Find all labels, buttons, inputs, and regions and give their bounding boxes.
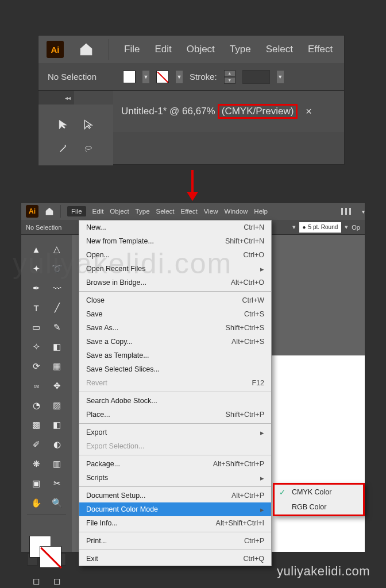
fill-dropdown-icon[interactable]: ▼ <box>142 71 149 83</box>
rgb-option-label: RGB Color <box>292 503 326 511</box>
menu-effect[interactable]: Effect <box>181 208 198 215</box>
menu-item[interactable]: Save a Copy...Alt+Ctrl+S <box>79 335 271 349</box>
menu-select[interactable]: Select <box>156 208 175 215</box>
menu-type[interactable]: Type <box>230 44 251 55</box>
menu-item-label: Package... <box>86 460 213 468</box>
type-tool-icon[interactable]: T <box>27 299 45 316</box>
document-tab[interactable]: Untitled-1* @ 66,67% (CMYK/Preview) × <box>113 91 344 132</box>
shaper-tool-icon[interactable]: ✧ <box>27 338 45 355</box>
close-tab-button[interactable]: × <box>306 106 312 118</box>
opacity-label: Op <box>352 224 360 231</box>
slice-tool-icon[interactable]: ✂ <box>48 475 66 492</box>
line-tool-icon[interactable]: ╱ <box>48 299 66 316</box>
stroke-dropdown-icon[interactable]: ▼ <box>176 71 183 83</box>
canvas-artboard[interactable] <box>267 355 365 552</box>
fill-stroke-indicator[interactable] <box>27 533 66 568</box>
menu-item[interactable]: Document Color Mode▸ <box>79 502 271 516</box>
selection-tool-icon[interactable]: ▲ <box>27 241 45 258</box>
lasso-tool-icon[interactable] <box>77 138 100 160</box>
menu-item[interactable]: Scripts▸ <box>79 471 271 485</box>
direct-selection-tool-icon[interactable]: △ <box>48 241 66 258</box>
workspace-switcher-icon[interactable] <box>341 208 351 215</box>
shape-builder-tool-icon[interactable]: ◔ <box>27 397 45 414</box>
pen-tool-icon[interactable]: ✒ <box>27 280 45 297</box>
menu-item[interactable]: Save Selected Slices... <box>79 362 271 376</box>
menu-item[interactable]: File Info...Alt+Shift+Ctrl+I <box>79 516 271 530</box>
menu-item[interactable]: Search Adobe Stock... <box>79 394 271 408</box>
symbol-sprayer-tool-icon[interactable]: ❋ <box>27 455 45 473</box>
zoom-tool-icon[interactable]: 🔍 <box>48 494 66 512</box>
stroke-weight-stepper[interactable]: ▲▼ <box>224 70 236 84</box>
menu-type[interactable]: Type <box>136 208 150 215</box>
direct-selection-tool-icon[interactable] <box>77 114 100 136</box>
menu-edit[interactable]: Edit <box>92 208 104 215</box>
lasso-tool-icon[interactable]: ➰ <box>48 260 66 277</box>
menu-item[interactable]: New from Template...Shift+Ctrl+N <box>79 234 271 248</box>
blend-tool-icon[interactable]: ◐ <box>48 436 66 453</box>
eyedropper-tool-icon[interactable]: ✐ <box>27 436 45 453</box>
menu-item[interactable]: Save as Template... <box>79 349 271 362</box>
menu-item[interactable]: Print...Ctrl+P <box>79 534 271 548</box>
menu-item[interactable]: Save As...Shift+Ctrl+S <box>79 321 271 335</box>
selection-tool-icon[interactable] <box>52 114 75 136</box>
graph-tool-icon[interactable]: ▥ <box>48 455 66 473</box>
menu-object[interactable]: Object <box>110 208 129 215</box>
menu-file[interactable]: File <box>67 206 86 216</box>
menu-edit[interactable]: Edit <box>155 44 171 55</box>
menu-item-shortcut: Alt+Shift+Ctrl+I <box>216 519 264 527</box>
magic-wand-tool-icon[interactable]: ✦ <box>27 260 45 277</box>
menu-item[interactable]: Browse in Bridge...Alt+Ctrl+O <box>79 276 271 289</box>
home-icon[interactable] <box>79 42 94 57</box>
brush-tool-icon[interactable]: ✎ <box>48 319 66 336</box>
menu-item[interactable]: CloseCtrl+W <box>79 293 271 307</box>
free-transform-tool-icon[interactable]: ✥ <box>48 377 66 394</box>
menu-item-label: New... <box>86 223 244 231</box>
menu-item-label: Document Color Mode <box>86 505 254 513</box>
submenu-chevron-icon: ▸ <box>260 474 264 482</box>
stroke-indicator-icon <box>40 546 61 568</box>
menu-item[interactable]: New...Ctrl+N <box>79 220 271 234</box>
eraser-tool-icon[interactable]: ◧ <box>48 338 66 355</box>
stroke-swatch[interactable] <box>156 71 169 83</box>
menu-object[interactable]: Object <box>187 44 215 55</box>
fill-swatch[interactable] <box>123 71 136 83</box>
rectangle-tool-icon[interactable]: ▭ <box>27 319 45 336</box>
hand-tool-icon[interactable]: ✋ <box>27 494 45 512</box>
menu-item[interactable]: Export▸ <box>79 425 271 439</box>
menu-item[interactable]: Place...Shift+Ctrl+P <box>79 408 271 421</box>
panel-collapse-head[interactable]: ◂◂ <box>38 91 74 105</box>
menu-item-label: File Info... <box>86 519 216 527</box>
menu-item[interactable]: Open Recent Files▸ <box>79 262 271 276</box>
menu-select[interactable]: Select <box>266 44 293 55</box>
curvature-tool-icon[interactable]: 〰 <box>48 280 66 297</box>
menu-effect[interactable]: Effect <box>308 44 333 55</box>
document-tab-title: Untitled-1* @ 66,67% <box>121 106 215 117</box>
menu-view[interactable]: View <box>204 208 218 215</box>
magic-wand-tool-icon[interactable] <box>52 138 75 160</box>
mesh-tool-icon[interactable]: ▩ <box>27 416 45 434</box>
draw-behind-icon[interactable]: ◻ <box>48 572 66 588</box>
menu-item-shortcut: Shift+Ctrl+P <box>226 411 264 419</box>
artboard-tool-icon[interactable]: ▣ <box>27 475 45 492</box>
width-tool-icon[interactable]: ⎃ <box>27 377 45 394</box>
menu-item[interactable]: Document Setup...Alt+Ctrl+P <box>79 489 271 502</box>
menu-item[interactable]: ExitCtrl+Q <box>79 552 271 566</box>
menu-help[interactable]: Help <box>254 208 268 215</box>
draw-normal-icon[interactable]: ◻ <box>27 572 45 588</box>
perspective-tool-icon[interactable]: ▨ <box>48 397 66 414</box>
scale-tool-icon[interactable]: ▦ <box>48 358 66 375</box>
menu-item[interactable]: Open...Ctrl+O <box>79 248 271 262</box>
rgb-option[interactable]: RGB Color <box>275 500 363 514</box>
gradient-tool-icon[interactable]: ◧ <box>48 416 66 434</box>
stroke-weight-dropdown-icon[interactable]: ▼ <box>277 71 284 83</box>
home-icon[interactable] <box>45 207 54 216</box>
stroke-weight-field[interactable] <box>242 70 270 84</box>
menu-item-label: Search Adobe Stock... <box>86 397 264 405</box>
cmyk-option[interactable]: ✓ CMYK Color <box>275 485 363 500</box>
brush-preset[interactable]: 5 pt. Round <box>299 222 342 233</box>
menu-item[interactable]: Package...Alt+Shift+Ctrl+P <box>79 457 271 471</box>
menu-item[interactable]: SaveCtrl+S <box>79 307 271 321</box>
rotate-tool-icon[interactable]: ⟳ <box>27 358 45 375</box>
menu-file[interactable]: File <box>124 44 140 55</box>
menu-window[interactable]: Window <box>224 208 248 215</box>
